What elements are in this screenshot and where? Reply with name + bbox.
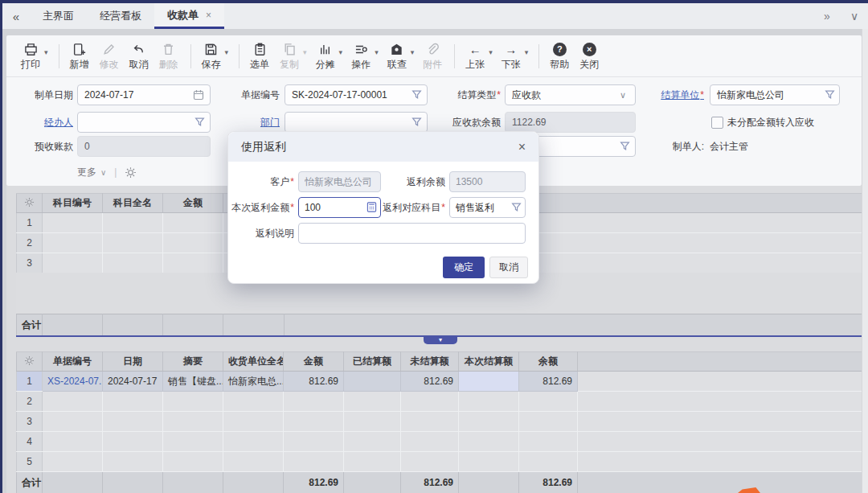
save-button[interactable]: 保存 [200, 43, 223, 70]
column-header[interactable]: 已结算额 [344, 352, 401, 372]
agent-input[interactable] [77, 112, 211, 133]
more-tabs-button[interactable]: » [813, 10, 841, 23]
column-header[interactable]: 金额 [163, 194, 223, 213]
settings-gear-icon[interactable] [125, 166, 137, 179]
undo-button[interactable]: 取消 [128, 43, 150, 70]
cell[interactable] [103, 213, 163, 233]
prev-doc-button[interactable]: ← 上张 [464, 43, 486, 70]
caret-down-icon[interactable]: ▾ [375, 48, 379, 56]
column-header[interactable]: 金额 [284, 352, 344, 372]
caret-down-icon: ▾ [303, 48, 307, 56]
close-doc-button[interactable]: × 关闭 [578, 43, 600, 70]
cell-unsettled[interactable]: 812.69 [401, 372, 459, 392]
caret-down-icon[interactable]: ▾ [525, 48, 529, 56]
column-header[interactable]: 单据编号 [43, 352, 103, 372]
print-button[interactable]: 打印 [19, 43, 42, 70]
cell-summary[interactable]: 销售【键盘... [163, 372, 223, 392]
total-label: 合计 [17, 472, 43, 493]
tab-menu-button[interactable]: ∨ [841, 10, 868, 23]
button-label: 上张 [465, 59, 485, 70]
column-header[interactable]: 摘要 [163, 352, 223, 372]
unallocated-checkbox-label[interactable]: 未分配金额转入应收 [727, 112, 814, 133]
row-number: 2 [17, 392, 43, 412]
column-header[interactable]: 科目全名 [103, 194, 163, 213]
table-row[interactable]: 4 [17, 432, 862, 452]
cell-unit[interactable]: 怡新家电总... [223, 372, 284, 392]
filter-icon[interactable] [511, 202, 522, 215]
button-label: 保存 [202, 59, 221, 70]
tab-close-icon[interactable]: × [206, 10, 211, 21]
rebate-note-input[interactable] [298, 223, 526, 244]
column-header[interactable]: 日期 [103, 352, 163, 372]
department-input[interactable] [285, 112, 428, 133]
cell-settled[interactable] [344, 372, 401, 392]
select-doc-button[interactable]: 选单 [248, 43, 271, 70]
tab-business-dashboard[interactable]: 经营看板 [87, 3, 154, 29]
caret-down-icon[interactable]: ▾ [225, 48, 229, 56]
table-gear-icon[interactable] [17, 194, 43, 213]
table-row[interactable]: 5 [17, 452, 862, 472]
operate-button[interactable]: 操作 [350, 43, 372, 70]
doc-no-link[interactable]: XS-2024-07... [43, 372, 103, 392]
cell-balance[interactable]: 812.69 [519, 372, 578, 392]
table-row-selected[interactable]: 1 XS-2024-07... 2024-07-17 销售【键盘... 怡新家电… [17, 372, 862, 392]
cell[interactable] [43, 253, 103, 273]
caret-down-icon[interactable]: ▾ [339, 48, 343, 56]
allocate-button[interactable]: 分摊 [314, 43, 337, 70]
source-docs-total-row: 合计 812.69 812.69 812.69 [17, 472, 862, 493]
cell[interactable] [163, 253, 223, 273]
splitter-collapse-handle[interactable]: ▾ [424, 337, 457, 344]
make-date-input[interactable] [77, 84, 211, 105]
settle-unit-label-link[interactable]: 结算单位* [617, 84, 704, 105]
unallocated-checkbox[interactable] [711, 117, 723, 129]
filter-icon[interactable] [194, 117, 205, 129]
receivable-balance-input [505, 112, 636, 133]
settle-type-select[interactable] [505, 84, 636, 105]
total-cell [163, 314, 223, 336]
entries-table-total: 合计 [16, 314, 862, 336]
caret-down-icon[interactable]: ▾ [44, 48, 48, 56]
column-header[interactable]: 余额 [519, 352, 578, 372]
caret-down-icon[interactable]: ▾ [411, 48, 415, 56]
table-row[interactable]: 2 [17, 392, 862, 412]
scrollbar-track[interactable] [862, 29, 868, 493]
tab-receipt-doc[interactable]: 收款单 × [154, 3, 224, 29]
cell-this-settle[interactable] [459, 372, 519, 392]
filter-icon[interactable] [825, 89, 835, 102]
doc-no-input[interactable] [285, 84, 428, 105]
calendar-icon[interactable] [193, 89, 204, 103]
cell[interactable] [103, 253, 163, 273]
cell[interactable] [43, 213, 103, 233]
tab-main-screen[interactable]: 主界面 [30, 3, 87, 29]
agent-label-link[interactable]: 经办人 [6, 112, 73, 133]
more-button[interactable]: 更多 [77, 166, 96, 179]
table-row[interactable]: 3 [17, 412, 862, 432]
linked-query-button[interactable]: 联查 [386, 43, 408, 70]
dialog-header[interactable]: 使用返利 × [228, 132, 538, 162]
button-label: 新增 [70, 59, 89, 70]
dialog-close-icon[interactable]: × [518, 140, 526, 154]
column-header[interactable]: 本次结算额 [459, 352, 519, 372]
confirm-button[interactable]: 确定 [443, 257, 485, 278]
cell-amount[interactable]: 812.69 [284, 372, 344, 392]
table-gear-icon[interactable] [17, 352, 43, 372]
column-header[interactable]: 科目编号 [43, 194, 103, 213]
total-cell [223, 314, 285, 336]
cell[interactable] [163, 213, 223, 233]
rebate-subject-label: 返利对应科目* [371, 197, 445, 218]
cell[interactable] [43, 233, 103, 253]
column-header[interactable]: 未结算额 [401, 352, 459, 372]
collapse-tabs-button[interactable]: « [2, 3, 30, 29]
settle-unit-input[interactable] [710, 84, 840, 105]
add-button[interactable]: 新增 [68, 43, 91, 70]
button-label: 分摊 [316, 59, 335, 70]
department-label-link[interactable]: 部门 [211, 112, 280, 133]
cell-date[interactable]: 2024-07-17 [103, 372, 163, 392]
column-header[interactable]: 收货单位全名 [223, 352, 284, 372]
cell[interactable] [103, 233, 163, 253]
cancel-button[interactable]: 取消 [489, 257, 528, 278]
cell[interactable] [163, 233, 223, 253]
help-button[interactable]: ? 帮助 [548, 43, 571, 70]
caret-down-icon[interactable]: ▾ [489, 48, 493, 56]
next-doc-button[interactable]: → 下张 [500, 43, 522, 70]
